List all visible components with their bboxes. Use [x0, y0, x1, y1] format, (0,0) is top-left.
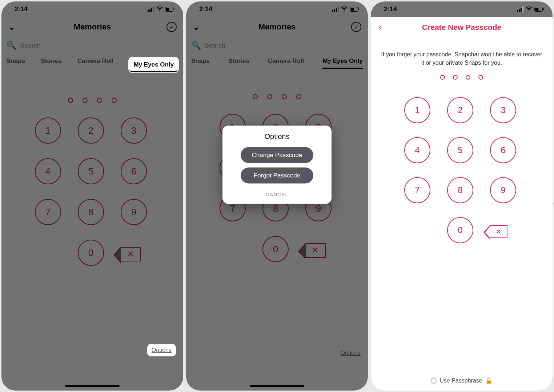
status-icons: [148, 7, 174, 12]
passcode-dot: [68, 98, 73, 103]
passcode-dot: [282, 94, 287, 99]
keypad-backspace[interactable]: ✕: [305, 243, 326, 258]
svg-point-0: [159, 11, 160, 12]
svg-rect-6: [351, 8, 354, 11]
tab-my-eyes-only[interactable]: My Eyes Only: [129, 57, 178, 72]
status-time: 2:14: [15, 5, 28, 13]
page-title: Memories: [74, 22, 111, 32]
svg-rect-10: [535, 8, 539, 11]
select-icon[interactable]: ✓: [351, 22, 361, 32]
tab-snaps[interactable]: Snaps: [191, 57, 210, 69]
keypad-1[interactable]: 1: [35, 117, 61, 144]
backspace-icon: ✕: [121, 247, 141, 261]
use-passphrase-option[interactable]: Use Passphrase 🔒: [371, 377, 553, 384]
keypad-2[interactable]: 2: [78, 117, 104, 144]
keypad-4[interactable]: 4: [35, 158, 61, 184]
passcode-warning-text: If you forget your passcode, Snapchat wo…: [371, 38, 553, 67]
cancel-button[interactable]: CANCEL: [228, 188, 326, 202]
search-placeholder: Search: [205, 42, 225, 49]
passcode-dots: [371, 75, 553, 80]
status-icons: [332, 7, 359, 12]
numeric-keypad: 1 2 3 4 5 6 7 8 9 0 ✕: [371, 97, 553, 246]
keypad-0[interactable]: 0: [262, 236, 289, 262]
passcode-dot: [112, 98, 117, 103]
search-row[interactable]: 🔍 Search: [191, 39, 363, 52]
keypad-0[interactable]: 0: [78, 240, 104, 266]
modal-title: Options: [228, 132, 326, 141]
tab-stories[interactable]: Stories: [41, 57, 62, 72]
chevron-down-icon[interactable]: ⌄: [193, 22, 200, 32]
memories-header: ⌄ Memories ✓: [186, 17, 368, 37]
memories-header: ⌄ Memories ✓: [1, 17, 183, 37]
back-icon[interactable]: ‹: [379, 21, 382, 33]
keypad-8[interactable]: 8: [447, 177, 473, 203]
memories-tabs: Snaps Stories Camera Roll My Eyes Only: [186, 52, 368, 72]
status-bar: 2:14: [371, 1, 553, 17]
tab-camera-roll[interactable]: Camera Roll: [77, 57, 113, 72]
search-row[interactable]: 🔍 Search: [7, 39, 178, 52]
battery-icon: [534, 7, 544, 12]
radio-icon: [431, 378, 437, 384]
keypad-7[interactable]: 7: [404, 177, 430, 203]
keypad-9[interactable]: 9: [121, 199, 147, 225]
tab-my-eyes-only[interactable]: My Eyes Only: [322, 57, 363, 69]
battery-icon: [350, 7, 359, 12]
screenshot-create-passcode: 2:14 ‹ Create New Passcode If you forget…: [371, 1, 553, 391]
change-passcode-button[interactable]: Change Passcode: [241, 147, 313, 163]
keypad-9[interactable]: 9: [490, 177, 516, 203]
chevron-down-icon[interactable]: ⌄: [8, 22, 15, 32]
status-bar: 2:14: [1, 1, 183, 17]
status-time: 2:14: [384, 5, 397, 13]
passcode-dot: [478, 75, 483, 80]
status-icons: [517, 7, 544, 12]
options-modal: Options Change Passcode Forgot Passcode …: [222, 126, 332, 204]
keypad-2[interactable]: 2: [447, 97, 473, 123]
forgot-passcode-button[interactable]: Forgot Passcode: [241, 168, 313, 184]
status-time: 2:14: [199, 5, 212, 13]
svg-rect-11: [543, 8, 544, 10]
keypad-1[interactable]: 1: [404, 97, 430, 123]
tab-snaps[interactable]: Snaps: [7, 57, 25, 72]
keypad-5[interactable]: 5: [78, 158, 104, 184]
status-bar: 2:14: [186, 1, 368, 17]
keypad-4[interactable]: 4: [404, 137, 430, 163]
keypad-backspace[interactable]: ✕: [490, 225, 507, 238]
passcode-dots: [186, 94, 368, 99]
memories-tabs: Snaps Stories Camera Roll My Eyes Only: [1, 52, 183, 76]
keypad-7[interactable]: 7: [35, 199, 61, 225]
lock-icon: 🔒: [485, 377, 493, 384]
options-link[interactable]: Options: [341, 350, 361, 356]
keypad-8[interactable]: 8: [78, 199, 104, 225]
select-icon[interactable]: ✓: [166, 22, 177, 32]
options-link[interactable]: Options: [147, 344, 176, 356]
home-indicator[interactable]: [250, 385, 304, 387]
svg-point-4: [344, 11, 345, 12]
passcode-dot: [267, 94, 272, 99]
keypad-5[interactable]: 5: [447, 137, 473, 163]
search-icon: 🔍: [191, 41, 201, 50]
svg-rect-2: [166, 8, 169, 11]
page-title: Create New Passcode: [422, 23, 501, 32]
signal-icon: [332, 7, 339, 12]
passcode-dot: [253, 94, 258, 99]
screenshot-options-modal: 2:14 ⌄ Memories ✓ 🔍 Search Snaps Stories…: [186, 1, 368, 391]
page-title: Memories: [258, 22, 296, 32]
keypad-0[interactable]: 0: [447, 217, 473, 243]
home-indicator[interactable]: [65, 385, 120, 387]
keypad-backspace[interactable]: ✕: [121, 247, 141, 261]
keypad-3[interactable]: 3: [121, 117, 147, 144]
passcode-dot: [83, 98, 88, 103]
search-placeholder: Search: [20, 42, 41, 49]
numeric-keypad: 1 2 3 4 5 6 7 8 9 0 ✕: [1, 117, 183, 269]
create-passcode-header: ‹ Create New Passcode: [371, 17, 553, 38]
keypad-6[interactable]: 6: [121, 158, 147, 184]
passcode-dot: [97, 98, 102, 103]
tab-stories[interactable]: Stories: [228, 57, 249, 69]
svg-rect-3: [174, 8, 174, 10]
backspace-icon: ✕: [305, 243, 326, 258]
wifi-icon: [341, 7, 348, 12]
keypad-6[interactable]: 6: [490, 137, 516, 163]
tab-camera-roll[interactable]: Camera Roll: [268, 57, 304, 69]
svg-rect-7: [358, 8, 359, 10]
keypad-3[interactable]: 3: [490, 97, 516, 123]
